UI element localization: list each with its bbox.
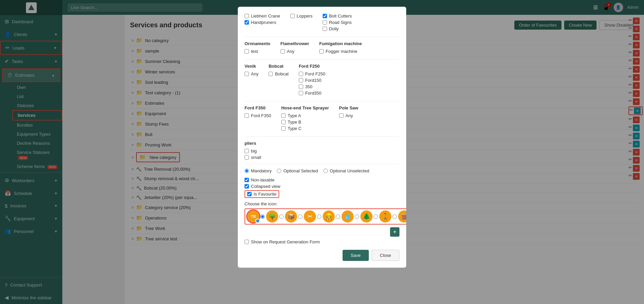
optional-unselected-radio[interactable] (323, 169, 328, 173)
handpruners-label: Handpruners (251, 20, 276, 25)
checkbox-type-b: Type B (281, 120, 329, 125)
icon-option-7: 🌲 (360, 210, 378, 223)
is-favourite-checkbox[interactable] (247, 192, 252, 196)
optional-unselected-label: Optional Unselected (330, 168, 369, 173)
ornnaments-title: Ornnaments (245, 41, 270, 46)
type-c-label: Type C (288, 126, 301, 131)
walk-icon-radio[interactable] (392, 214, 397, 219)
modal-row-pliers: pliers big small (245, 141, 399, 160)
ford-f250-checkbox[interactable] (299, 72, 303, 76)
collapsed-view-label: Collapsed view (251, 184, 280, 189)
small-checkbox[interactable] (245, 155, 249, 160)
ford-f350-checkbox[interactable] (245, 113, 249, 118)
venik-title: Venik (245, 64, 258, 69)
collapsed-view-checkbox[interactable] (245, 184, 249, 189)
test-label: test (251, 49, 258, 54)
loppers-label: Loppers (297, 13, 313, 19)
checkbox-ford-f250: Ford F250 (299, 71, 325, 76)
non-taxable-checkbox[interactable] (245, 178, 249, 182)
tree-icon-radio-1[interactable] (279, 214, 284, 219)
tree-icon-2[interactable]: 🌲 (360, 210, 373, 223)
tr-icon[interactable]: TR (247, 210, 259, 223)
modal-dialog: Liebherr Crane Handpruners Loppers Bolt … (238, 7, 406, 268)
test-checkbox[interactable] (245, 49, 249, 54)
modal-footer: Save Close (245, 250, 399, 261)
worker-icon[interactable]: 👷 (323, 210, 335, 223)
bolt-cutters-checkbox[interactable] (323, 14, 327, 18)
add-icon-button[interactable]: + (390, 227, 399, 237)
scissors-icon[interactable]: ✂ (304, 210, 316, 223)
scissors-icon-radio[interactable] (317, 214, 321, 219)
sprayer-icon[interactable]: 💧 (342, 210, 354, 223)
checkbox-handpruners: Handpruners (245, 20, 280, 25)
modal-row-3: Venik Any Bobcat Bobcat Ford F250 Ford F… (245, 64, 399, 97)
optional-selected-label: Optional Selected (283, 168, 318, 173)
liebherr-crane-checkbox[interactable] (245, 14, 249, 18)
checkbox-type-a: Type A (281, 113, 329, 118)
pole-saw-title: Pole Saw (339, 105, 358, 110)
ford350-checkbox[interactable] (299, 91, 303, 95)
type-c-checkbox[interactable] (281, 126, 286, 131)
checkbox-loppers: Loppers (290, 13, 313, 19)
col-liebherr: Liebherr Crane Handpruners (245, 13, 280, 33)
handpruners-checkbox[interactable] (245, 20, 249, 25)
checkbox-350: 350 (299, 84, 325, 89)
save-button[interactable]: Save (343, 250, 369, 261)
road-signs-checkbox[interactable] (323, 20, 327, 25)
checkbox-show-on-form: Show on Request Generation Form (245, 239, 399, 244)
col-fumigation: Fumigation machine Fogger machine (319, 41, 362, 55)
checkbox-big: big (245, 148, 399, 154)
optional-selected-radio[interactable] (277, 169, 281, 173)
checkbox-non-taxable: Non-taxable (245, 177, 399, 182)
type-a-checkbox[interactable] (281, 113, 286, 118)
any-pole-checkbox[interactable] (339, 113, 344, 118)
checkbox-bobcat: Bobcat (268, 71, 288, 76)
ford-f350-title: Ford F350 (245, 105, 271, 110)
350-checkbox[interactable] (299, 85, 303, 89)
icon-option-8: 🚶 (379, 210, 397, 223)
type-a-label: Type A (288, 113, 301, 118)
radio-mandatory: Mandatory (245, 168, 271, 173)
box-icon-radio[interactable] (298, 214, 302, 219)
is-favourite-label: Is Favourite (254, 192, 277, 197)
add-icon-row: + (245, 227, 399, 237)
type-b-label: Type B (288, 120, 301, 125)
divider (245, 37, 399, 37)
liebherr-crane-label: Liebherr Crane (251, 13, 280, 19)
modal-top-row: Liebherr Crane Handpruners Loppers Bolt … (245, 13, 399, 33)
worker-icon-radio[interactable] (336, 214, 340, 219)
any-venik-checkbox[interactable] (245, 72, 249, 76)
ford150-checkbox[interactable] (299, 78, 303, 82)
show-on-form-label: Show on Request Generation Form (251, 239, 320, 244)
any-pole-label: Any (346, 113, 353, 118)
is-favourite-highlight: Is Favourite (245, 190, 279, 198)
col-hose-end: Hose-end Tree Sprayer Type A Type B Type… (281, 105, 329, 132)
col-loppers: Loppers (290, 13, 313, 33)
box-icon[interactable]: 📦 (285, 210, 297, 223)
choose-icon-section: Choose the icon: TR 🌳 📦 (245, 201, 399, 225)
fogger-machine-checkbox[interactable] (319, 49, 324, 54)
checkbox-type-c: Type C (281, 126, 329, 131)
bolt-cutters-label: Bolt Cutters (329, 13, 352, 19)
type-b-checkbox[interactable] (281, 120, 286, 124)
loppers-checkbox[interactable] (290, 14, 295, 18)
col-venik: Venik Any (245, 64, 258, 97)
walk-icon[interactable]: 🚶 (379, 210, 391, 223)
stump-icon[interactable]: 🪵 (398, 210, 406, 223)
bobcat-checkbox[interactable] (268, 72, 273, 76)
radio-optional-unselected: Optional Unselected (323, 168, 369, 173)
show-on-form-checkbox[interactable] (245, 240, 249, 244)
close-button[interactable]: Close (372, 250, 399, 261)
tr-icon-radio[interactable] (260, 214, 265, 219)
tree-icon-radio-2[interactable] (374, 214, 378, 219)
mandatory-radio[interactable] (245, 169, 249, 173)
any-flamethrower-checkbox[interactable] (281, 49, 285, 54)
big-checkbox[interactable] (245, 149, 249, 153)
dolly-checkbox[interactable] (323, 27, 327, 31)
col-bobcat: Bobcat Bobcat (268, 64, 288, 97)
checkbox-bolt-cutters: Bolt Cutters (323, 13, 352, 19)
sprayer-icon-radio[interactable] (355, 214, 359, 219)
tree-icon-1[interactable]: 🌳 (266, 210, 278, 223)
any-flamethrower-label: Any (287, 49, 294, 54)
non-taxable-label: Non-taxable (251, 177, 275, 182)
